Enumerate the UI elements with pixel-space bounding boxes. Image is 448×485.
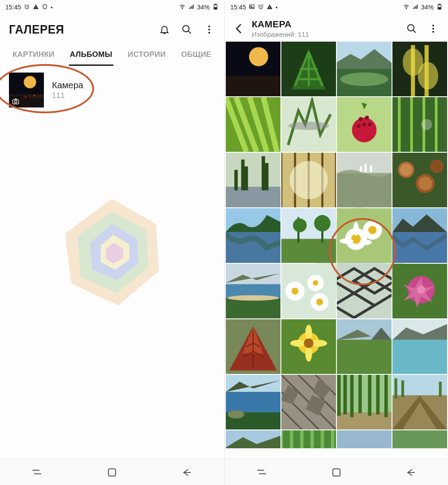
svg-point-59: [357, 124, 361, 128]
album-camera[interactable]: Камера 111: [9, 73, 215, 107]
photo-thumb[interactable]: [281, 375, 336, 429]
dot-icon: ●: [51, 5, 53, 9]
nav-bar: [225, 459, 448, 485]
svg-point-73: [418, 176, 432, 190]
nav-recents[interactable]: [26, 464, 48, 481]
photo-thumb[interactable]: [281, 42, 336, 96]
svg-rect-63: [226, 187, 280, 207]
svg-rect-1: [35, 6, 36, 7]
signal-icon: [412, 4, 418, 11]
photo-thumb[interactable]: [392, 153, 447, 207]
app-title: ГАЛЕРЕЯ: [9, 22, 64, 37]
svg-point-18: [14, 101, 17, 103]
svg-point-79: [293, 219, 307, 232]
photo-thumb[interactable]: [281, 208, 336, 263]
svg-point-85: [368, 226, 376, 234]
svg-point-47: [340, 73, 388, 86]
tab-shared[interactable]: ОБЩИЕ: [180, 47, 212, 66]
tab-stories[interactable]: ИСТОРИИ: [127, 47, 167, 66]
photo-thumb[interactable]: [337, 153, 392, 207]
svg-point-113: [304, 339, 313, 348]
photo-thumb[interactable]: [337, 430, 392, 448]
nav-home[interactable]: [101, 464, 123, 481]
photo-thumb[interactable]: [337, 97, 392, 152]
svg-rect-128: [281, 430, 336, 448]
photo-thumb[interactable]: [281, 153, 336, 207]
photo-thumb[interactable]: [337, 264, 392, 318]
nav-home[interactable]: [326, 464, 347, 481]
search-button[interactable]: [181, 24, 193, 35]
svg-point-66: [289, 161, 327, 199]
photo-thumb[interactable]: [281, 97, 336, 152]
wifi-icon: [403, 4, 409, 11]
battery-icon: [212, 4, 219, 11]
photo-thumb[interactable]: [337, 319, 392, 374]
tab-pictures[interactable]: КАРТИНКИ: [12, 47, 56, 66]
photo-thumb[interactable]: [392, 208, 447, 263]
nav-back[interactable]: [176, 464, 198, 481]
photo-thumb[interactable]: [226, 208, 280, 263]
svg-rect-90: [392, 232, 447, 263]
photo-thumb[interactable]: [392, 264, 447, 318]
photo-thumb[interactable]: [226, 97, 280, 152]
svg-rect-6: [215, 7, 217, 9]
notifications-button[interactable]: [159, 24, 170, 35]
svg-point-88: [359, 240, 371, 245]
camera-icon: [11, 97, 21, 106]
photo-thumb[interactable]: [226, 153, 280, 207]
shield-icon: [42, 4, 48, 11]
photo-thumb[interactable]: [226, 319, 280, 374]
svg-point-37: [432, 31, 434, 33]
svg-rect-24: [108, 469, 116, 476]
photo-thumb[interactable]: [281, 264, 336, 318]
battery-icon: [436, 4, 443, 11]
more-button[interactable]: [427, 23, 439, 34]
more-button[interactable]: [203, 24, 215, 35]
svg-rect-28: [269, 6, 270, 7]
svg-point-87: [340, 238, 353, 244]
status-bar: 15:45 ● 34%: [225, 0, 448, 14]
svg-point-53: [288, 122, 329, 130]
photo-thumb[interactable]: [337, 208, 392, 263]
photo-thumb[interactable]: [392, 97, 447, 152]
alarm-icon: [24, 4, 30, 11]
photo-thumb[interactable]: [226, 375, 280, 429]
photo-thumb[interactable]: [281, 319, 336, 374]
svg-point-94: [227, 295, 279, 300]
photo-thumb[interactable]: [226, 430, 280, 448]
nav-recents[interactable]: [251, 464, 273, 481]
svg-rect-42: [226, 76, 280, 96]
svg-rect-93: [226, 298, 280, 318]
photo-thumb[interactable]: [392, 430, 447, 448]
svg-point-99: [313, 280, 318, 286]
svg-point-101: [316, 299, 323, 305]
photo-thumb[interactable]: [337, 42, 392, 96]
svg-point-83: [351, 234, 361, 244]
svg-rect-124: [337, 412, 392, 429]
warning-icon: [267, 4, 273, 11]
album-thumbnail: [9, 73, 44, 107]
svg-point-8: [208, 26, 210, 27]
svg-point-43: [249, 47, 268, 66]
photo-thumb[interactable]: [226, 42, 280, 96]
svg-point-15: [34, 94, 35, 96]
nav-back[interactable]: [400, 464, 422, 481]
back-button[interactable]: [232, 20, 246, 38]
photo-thumb[interactable]: [337, 375, 392, 429]
svg-rect-2: [35, 8, 36, 8]
svg-rect-33: [439, 7, 441, 9]
svg-point-86: [353, 222, 359, 236]
photo-thumb[interactable]: [392, 42, 447, 96]
search-button[interactable]: [406, 23, 418, 34]
svg-point-36: [432, 28, 434, 30]
photo-thumb[interactable]: [392, 375, 447, 429]
photo-thumb[interactable]: [281, 430, 336, 448]
tab-albums[interactable]: АЛЬБОМЫ: [69, 47, 113, 66]
warning-icon: [33, 4, 39, 11]
svg-point-74: [430, 159, 444, 173]
photo-thumb[interactable]: [226, 264, 280, 318]
dot-icon: ●: [276, 5, 278, 9]
svg-rect-78: [281, 239, 336, 263]
svg-point-56: [365, 116, 369, 120]
photo-thumb[interactable]: [392, 319, 447, 374]
